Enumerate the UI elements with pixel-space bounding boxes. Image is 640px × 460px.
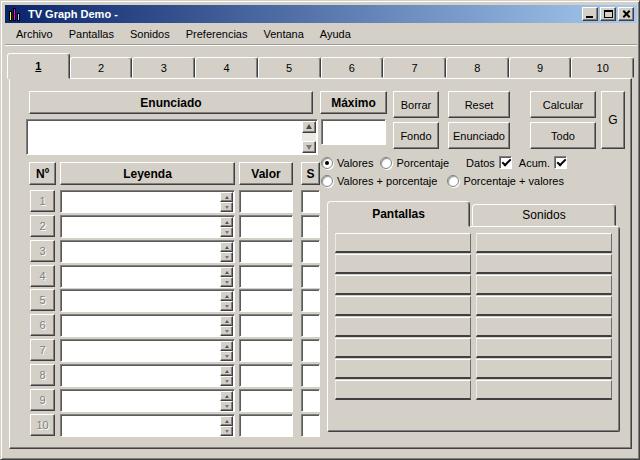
spinner-up-button[interactable]: [220, 341, 233, 351]
leyenda-input[interactable]: [63, 417, 218, 434]
radio-valores-porcentaje[interactable]: [321, 175, 333, 187]
valor-input[interactable]: [239, 414, 293, 437]
s-cell[interactable]: [301, 364, 320, 387]
row-number-button[interactable]: 6: [30, 314, 55, 336]
grid-cell[interactable]: [476, 254, 612, 274]
spinner-up-button[interactable]: [220, 192, 233, 202]
grid-cell[interactable]: [476, 296, 612, 316]
grid-cell[interactable]: [476, 338, 612, 358]
grid-cell[interactable]: [476, 317, 612, 337]
leyenda-input[interactable]: [63, 317, 218, 334]
menu-item-preferencias[interactable]: Preferencias: [178, 26, 256, 42]
leyenda-input[interactable]: [63, 243, 218, 260]
s-cell[interactable]: [301, 190, 320, 213]
g-button[interactable]: G: [601, 91, 625, 149]
valor-input[interactable]: [239, 389, 293, 412]
grid-cell[interactable]: [335, 233, 471, 253]
tab-4[interactable]: 4: [195, 57, 258, 78]
tab-8[interactable]: 8: [446, 57, 509, 78]
grid-cell[interactable]: [335, 338, 471, 358]
tab-2[interactable]: 2: [70, 57, 133, 78]
s-cell[interactable]: [301, 414, 320, 437]
maximo-input[interactable]: [321, 119, 386, 145]
leyenda-input[interactable]: [63, 292, 218, 309]
enunciado-textarea[interactable]: [29, 122, 301, 152]
row-number-button[interactable]: 9: [30, 389, 55, 411]
spinner-up-button[interactable]: [220, 316, 233, 326]
s-cell[interactable]: [301, 339, 320, 362]
spinner-down-button[interactable]: [220, 426, 233, 436]
valor-input[interactable]: [239, 215, 293, 238]
grid-cell[interactable]: [335, 254, 471, 274]
row-number-button[interactable]: 3: [30, 240, 55, 262]
menu-item-ayuda[interactable]: Ayuda: [312, 26, 359, 42]
valor-input[interactable]: [239, 339, 293, 362]
spinner-up-button[interactable]: [220, 242, 233, 252]
spinner-down-button[interactable]: [220, 277, 233, 287]
scroll-up-button[interactable]: [302, 121, 316, 133]
reset-button[interactable]: Reset: [448, 91, 510, 118]
subtab-pantallas[interactable]: Pantallas: [327, 201, 470, 227]
s-cell[interactable]: [301, 215, 320, 238]
grid-cell[interactable]: [476, 380, 612, 400]
spinner-down-button[interactable]: [220, 202, 233, 212]
grid-cell[interactable]: [476, 233, 612, 253]
tab-1[interactable]: 1: [7, 53, 70, 79]
valor-input[interactable]: [239, 190, 293, 213]
s-cell[interactable]: [301, 289, 320, 312]
fondo-button[interactable]: Fondo: [393, 122, 439, 149]
leyenda-input[interactable]: [63, 218, 218, 235]
menu-item-ventana[interactable]: Ventana: [255, 26, 311, 42]
spinner-down-button[interactable]: [220, 351, 233, 361]
valor-input[interactable]: [239, 289, 293, 312]
todo-button[interactable]: Todo: [530, 122, 596, 149]
grid-cell[interactable]: [335, 296, 471, 316]
valor-input[interactable]: [239, 265, 293, 288]
leyenda-input[interactable]: [63, 268, 218, 285]
grid-cell[interactable]: [335, 359, 471, 379]
spinner-down-button[interactable]: [220, 252, 233, 262]
borrar-button[interactable]: Borrar: [393, 91, 439, 118]
spinner-up-button[interactable]: [220, 291, 233, 301]
valor-input[interactable]: [239, 240, 293, 263]
row-number-button[interactable]: 4: [30, 265, 55, 287]
enunciado-scrollbar[interactable]: [302, 121, 316, 153]
tab-3[interactable]: 3: [132, 57, 195, 78]
minimize-button[interactable]: [582, 7, 598, 21]
spinner-down-button[interactable]: [220, 376, 233, 386]
tab-5[interactable]: 5: [258, 57, 321, 78]
tab-7[interactable]: 7: [383, 57, 446, 78]
s-cell[interactable]: [301, 389, 320, 412]
spinner-down-button[interactable]: [220, 401, 233, 411]
leyenda-input[interactable]: [63, 367, 218, 384]
spinner-down-button[interactable]: [220, 227, 233, 237]
tab-9[interactable]: 9: [509, 57, 572, 78]
row-number-button[interactable]: 10: [30, 414, 55, 436]
subtab-sonidos[interactable]: Sonidos: [472, 204, 616, 226]
row-number-button[interactable]: 8: [30, 364, 55, 386]
valor-input[interactable]: [239, 314, 293, 337]
spinner-up-button[interactable]: [220, 267, 233, 277]
s-cell[interactable]: [301, 265, 320, 288]
checkbox-datos[interactable]: [499, 156, 512, 169]
tab-10[interactable]: 10: [571, 57, 634, 78]
row-number-button[interactable]: 1: [30, 190, 55, 212]
radio-porcentaje-valores[interactable]: [447, 175, 459, 187]
radio-porcentaje[interactable]: [380, 157, 392, 169]
row-number-button[interactable]: 2: [30, 215, 55, 237]
spinner-up-button[interactable]: [220, 366, 233, 376]
spinner-up-button[interactable]: [220, 391, 233, 401]
menu-item-archivo[interactable]: Archivo: [8, 26, 61, 42]
grid-cell[interactable]: [476, 275, 612, 295]
tab-6[interactable]: 6: [321, 57, 384, 78]
grid-cell[interactable]: [335, 275, 471, 295]
menu-item-sonidos[interactable]: Sonidos: [122, 26, 178, 42]
grid-cell[interactable]: [335, 317, 471, 337]
scroll-down-button[interactable]: [302, 141, 316, 153]
leyenda-input[interactable]: [63, 392, 218, 409]
calcular-button[interactable]: Calcular: [530, 91, 596, 118]
spinner-down-button[interactable]: [220, 301, 233, 311]
leyenda-input[interactable]: [63, 342, 218, 359]
s-cell[interactable]: [301, 240, 320, 263]
maximize-button[interactable]: [600, 7, 616, 21]
